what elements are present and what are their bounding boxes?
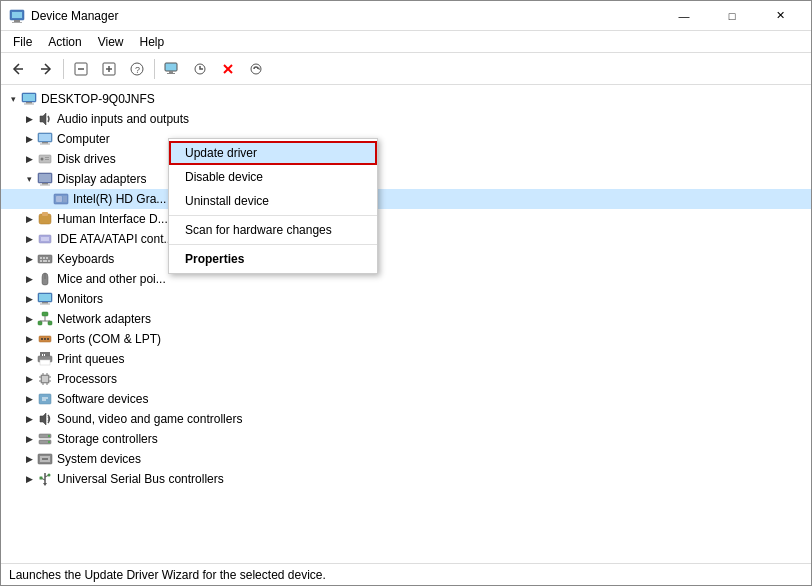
- processors-label: Processors: [57, 372, 117, 386]
- svg-rect-20: [23, 94, 35, 101]
- network-expand-icon: ▶: [21, 311, 37, 327]
- expand-button[interactable]: [96, 56, 122, 82]
- ctx-scan-label: Scan for hardware changes: [185, 223, 332, 237]
- tree-print[interactable]: ▶ Print queues: [1, 349, 811, 369]
- ports-expand-icon: ▶: [21, 331, 37, 347]
- svg-rect-58: [48, 321, 52, 325]
- system-label: System devices: [57, 452, 141, 466]
- hid-icon: [37, 211, 53, 227]
- hid-label: Human Interface D...: [57, 212, 168, 226]
- uninstall-button[interactable]: [215, 56, 241, 82]
- minimize-button[interactable]: —: [661, 1, 707, 31]
- storage-expand-icon: ▶: [21, 431, 37, 447]
- storage-icon: [37, 431, 53, 447]
- tree-network[interactable]: ▶ Network adapters: [1, 309, 811, 329]
- computer-item-icon: [37, 131, 53, 147]
- root-label: DESKTOP-9Q0JNFS: [41, 92, 155, 106]
- svg-rect-2: [14, 20, 20, 22]
- proc-expand-icon: ▶: [21, 371, 37, 387]
- ctx-uninstall-device[interactable]: Uninstall device: [169, 189, 377, 213]
- svg-rect-68: [40, 360, 50, 365]
- context-menu: Update driver Disable device Uninstall d…: [168, 138, 378, 274]
- tree-monitors[interactable]: ▶ Monitors: [1, 289, 811, 309]
- tree-usb[interactable]: ▶ Universal Serial Bus controllers: [1, 469, 811, 489]
- svg-point-63: [41, 338, 43, 340]
- software-label: Software devices: [57, 392, 148, 406]
- svg-rect-32: [39, 174, 51, 182]
- svg-rect-70: [44, 354, 45, 356]
- sound-label: Sound, video and game controllers: [57, 412, 242, 426]
- menu-view[interactable]: View: [90, 33, 132, 51]
- toolbar: ?: [1, 53, 811, 85]
- tree-keyboards[interactable]: ▶ Keyboards: [1, 249, 811, 269]
- svg-rect-29: [45, 157, 49, 158]
- svg-rect-41: [42, 212, 48, 216]
- tree-sound[interactable]: ▶ Sound, video and game controllers: [1, 409, 811, 429]
- svg-rect-21: [26, 102, 32, 104]
- ctx-separator-2: [169, 244, 377, 245]
- svg-rect-12: [169, 71, 173, 73]
- computer-properties-button[interactable]: [159, 56, 185, 82]
- sound-icon: [37, 411, 53, 427]
- svg-marker-96: [43, 483, 47, 486]
- svg-rect-11: [165, 63, 177, 71]
- audio-label: Audio inputs and outputs: [57, 112, 189, 126]
- ctx-disable-device[interactable]: Disable device: [169, 165, 377, 189]
- disk-expand-icon: ▶: [21, 151, 37, 167]
- svg-rect-26: [40, 144, 50, 145]
- ctx-uninstall-label: Uninstall device: [185, 194, 269, 208]
- print-label: Print queues: [57, 352, 124, 366]
- svg-rect-81: [39, 394, 51, 404]
- ctx-scan-hardware[interactable]: Scan for hardware changes: [169, 218, 377, 242]
- app-icon: [9, 8, 25, 24]
- gpu-icon: [53, 191, 69, 207]
- menu-help[interactable]: Help: [132, 33, 173, 51]
- software-expand-icon: ▶: [21, 391, 37, 407]
- tree-hid[interactable]: ▶ Human Interface D...: [1, 209, 811, 229]
- monitors-label: Monitors: [57, 292, 103, 306]
- maximize-button[interactable]: □: [709, 1, 755, 31]
- collapse-button[interactable]: [68, 56, 94, 82]
- usb-icon: [37, 471, 53, 487]
- tree-ports[interactable]: ▶ Ports (COM & LPT): [1, 329, 811, 349]
- tree-storage[interactable]: ▶ Storage controllers: [1, 429, 811, 449]
- tree-audio[interactable]: ▶ Audio inputs and outputs: [1, 109, 811, 129]
- tree-intel-gpu[interactable]: Intel(R) HD Gra...: [1, 189, 811, 209]
- ctx-update-driver-label: Update driver: [185, 146, 257, 160]
- ports-label: Ports (COM & LPT): [57, 332, 161, 346]
- scan-hardware-button[interactable]: [243, 56, 269, 82]
- svg-rect-43: [41, 237, 49, 241]
- menu-action[interactable]: Action: [40, 33, 89, 51]
- device-tree[interactable]: ▾ DESKTOP-9Q0JNFS ▶: [1, 85, 811, 563]
- audio-expand-icon: ▶: [21, 111, 37, 127]
- forward-button[interactable]: [33, 56, 59, 82]
- update-driver-button[interactable]: [187, 56, 213, 82]
- tree-display[interactable]: ▾ Display adapters: [1, 169, 811, 189]
- display-icon: [37, 171, 53, 187]
- tree-processors[interactable]: ▶ Processors: [1, 369, 811, 389]
- back-button[interactable]: [5, 56, 31, 82]
- computer-icon: [21, 91, 37, 107]
- ctx-update-driver[interactable]: Update driver: [169, 141, 377, 165]
- tree-computer[interactable]: ▶ Computer: [1, 129, 811, 149]
- monitor-icon: [37, 291, 53, 307]
- toolbar-separator-2: [154, 59, 155, 79]
- menu-file[interactable]: File: [5, 33, 40, 51]
- help-button[interactable]: ?: [124, 56, 150, 82]
- svg-rect-54: [42, 302, 48, 304]
- device-manager-window: Device Manager — □ ✕ File Action View He…: [0, 0, 812, 586]
- svg-rect-55: [40, 304, 50, 305]
- tree-ide[interactable]: ▶ IDE ATA/ATAPI cont...: [1, 229, 811, 249]
- ctx-properties[interactable]: Properties: [169, 247, 377, 271]
- close-button[interactable]: ✕: [757, 1, 803, 31]
- tree-disk[interactable]: ▶ Disk drives: [1, 149, 811, 169]
- tree-mice[interactable]: ▶ Mice and other poi...: [1, 269, 811, 289]
- tree-root[interactable]: ▾ DESKTOP-9Q0JNFS: [1, 89, 811, 109]
- toolbar-separator-1: [63, 59, 64, 79]
- tree-system[interactable]: ▶ System devices: [1, 449, 811, 469]
- sound-expand-icon: ▶: [21, 411, 37, 427]
- svg-rect-13: [167, 73, 175, 74]
- svg-rect-56: [42, 312, 48, 316]
- software-icon: [37, 391, 53, 407]
- tree-software[interactable]: ▶ Software devices: [1, 389, 811, 409]
